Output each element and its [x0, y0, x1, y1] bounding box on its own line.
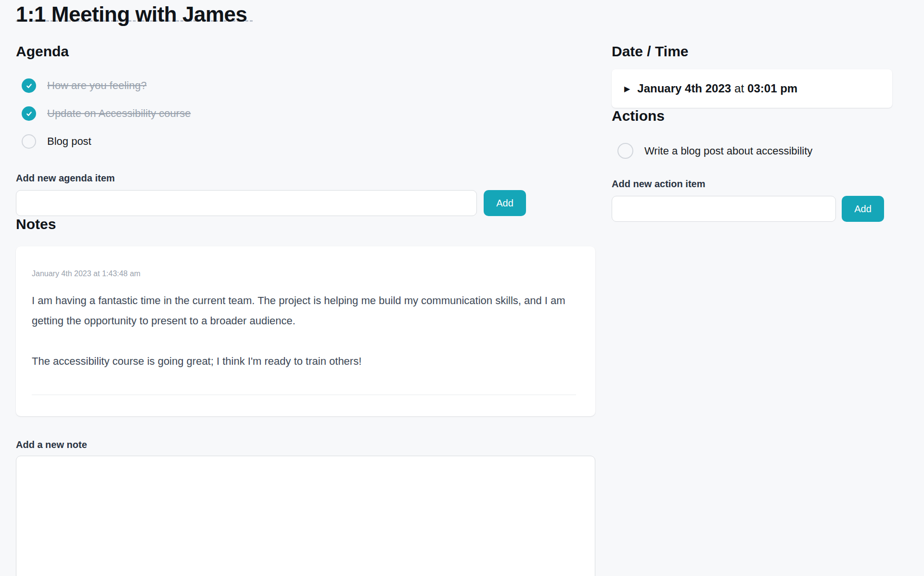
actions-heading: Actions	[612, 108, 892, 124]
add-action-row: Add	[612, 196, 884, 222]
agenda-section: Agenda How are you feeling? Update on Ac…	[16, 43, 595, 216]
add-note-label: Add a new note	[16, 439, 595, 450]
datetime-card: ▶ January 4th 2023 at 03:01 pm	[612, 69, 892, 108]
add-agenda-label: Add new agenda item	[16, 173, 595, 184]
right-column: Date / Time ▶ January 4th 2023 at 03:01 …	[612, 43, 892, 222]
note-paragraph: I am having a fantastic time in the curr…	[32, 291, 576, 331]
agenda-item-label[interactable]: Update on Accessibility course	[47, 107, 191, 120]
add-agenda-row: Add	[16, 190, 595, 216]
note-divider	[32, 395, 576, 395]
checkbox-unchecked-icon[interactable]	[617, 143, 633, 159]
checkbox-unchecked-icon[interactable]	[22, 134, 36, 149]
action-item-label[interactable]: Write a blog post about accessibility	[644, 145, 812, 157]
note-timestamp: January 4th 2023 at 1:43:48 am	[32, 269, 576, 278]
agenda-item[interactable]: Blog post	[22, 134, 595, 149]
add-action-label: Add new action item	[612, 179, 892, 190]
add-action-button[interactable]: Add	[842, 196, 884, 222]
add-agenda-input[interactable]	[16, 190, 477, 216]
note-body: I am having a fantastic time in the curr…	[32, 291, 576, 371]
agenda-list: How are you feeling? Update on Accessibi…	[16, 78, 595, 149]
agenda-item[interactable]: Update on Accessibility course	[22, 106, 595, 121]
agenda-item-label[interactable]: Blog post	[47, 135, 91, 148]
checkbox-checked-icon[interactable]	[22, 78, 36, 93]
datetime-heading: Date / Time	[612, 43, 892, 60]
datetime-date: January 4th 2023	[637, 82, 731, 95]
add-note-textarea[interactable]	[16, 456, 595, 576]
datetime-time: 03:01 pm	[747, 82, 797, 95]
notes-heading: Notes	[16, 216, 595, 232]
actions-list: Write a blog post about accessibility	[612, 143, 892, 159]
datetime-section: Date / Time ▶ January 4th 2023 at 03:01 …	[612, 43, 892, 108]
content-columns: Agenda How are you feeling? Update on Ac…	[16, 43, 908, 576]
note-card: January 4th 2023 at 1:43:48 am I am havi…	[16, 246, 595, 416]
add-agenda-button[interactable]: Add	[484, 190, 526, 216]
notes-section: Notes January 4th 2023 at 1:43:48 am I a…	[16, 216, 595, 576]
datetime-details: ▶ January 4th 2023 at 03:01 pm	[624, 82, 880, 95]
action-item[interactable]: Write a blog post about accessibility	[617, 143, 892, 159]
note-paragraph: The accessibility course is going great;…	[32, 351, 576, 371]
actions-section: Actions Write a blog post about accessib…	[612, 108, 892, 222]
meeting-page: 1:1 Meeting with James Agenda How are yo…	[0, 0, 924, 576]
page-title[interactable]: 1:1 Meeting with James	[16, 14, 253, 22]
disclosure-triangle-icon: ▶	[624, 84, 630, 93]
checkbox-checked-icon[interactable]	[22, 106, 36, 121]
agenda-item[interactable]: How are you feeling?	[22, 78, 595, 93]
datetime-summary[interactable]: ▶ January 4th 2023 at 03:01 pm	[624, 82, 880, 95]
agenda-item-label[interactable]: How are you feeling?	[47, 79, 147, 92]
left-column: Agenda How are you feeling? Update on Ac…	[16, 43, 595, 576]
add-action-input[interactable]	[612, 196, 836, 222]
datetime-connector: at	[734, 82, 744, 95]
agenda-heading: Agenda	[16, 43, 595, 60]
